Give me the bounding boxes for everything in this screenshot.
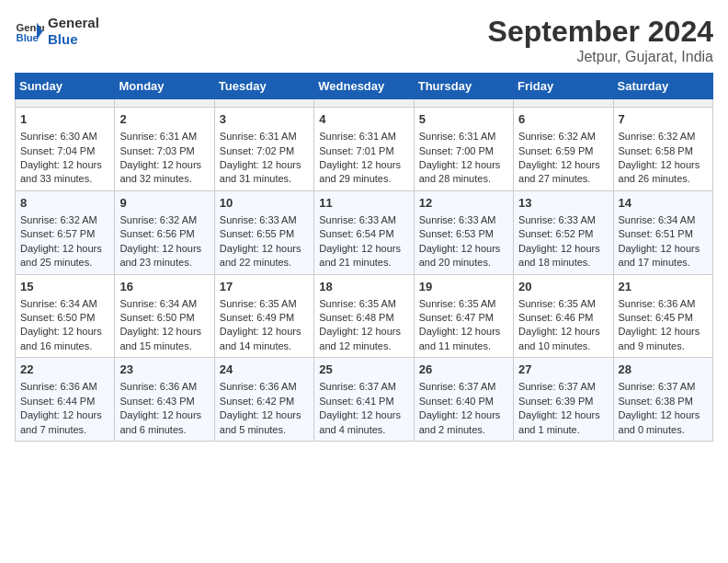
- day-info: and 17 minutes.: [619, 256, 708, 270]
- day-info: Daylight: 12 hours: [619, 242, 708, 256]
- table-cell: 28Sunrise: 6:37 AMSunset: 6:38 PMDayligh…: [613, 358, 712, 442]
- table-cell: 3Sunrise: 6:31 AMSunset: 7:02 PMDaylight…: [214, 108, 313, 191]
- day-number: 27: [518, 362, 608, 378]
- day-number: 14: [619, 195, 708, 212]
- col-sunday: Sunday: [16, 74, 115, 99]
- day-number: 1: [20, 111, 109, 128]
- day-info: and 11 minutes.: [419, 339, 508, 353]
- day-info: Sunrise: 6:31 AM: [419, 130, 508, 144]
- day-number: 5: [419, 111, 508, 128]
- day-info: Sunset: 6:45 PM: [619, 311, 708, 325]
- logo: General Blue General Blue: [15, 15, 99, 48]
- day-info: Sunset: 7:04 PM: [20, 144, 109, 158]
- table-cell: 25Sunrise: 6:37 AMSunset: 6:41 PMDayligh…: [314, 358, 414, 442]
- col-saturday: Saturday: [613, 74, 712, 99]
- table-cell: 17Sunrise: 6:35 AMSunset: 6:49 PMDayligh…: [214, 274, 313, 358]
- day-info: Daylight: 12 hours: [619, 158, 708, 172]
- day-number: 17: [220, 279, 309, 295]
- day-info: Sunrise: 6:31 AM: [319, 130, 408, 144]
- day-info: Daylight: 12 hours: [119, 158, 209, 172]
- calendar-row-4: 15Sunrise: 6:34 AMSunset: 6:50 PMDayligh…: [16, 274, 713, 358]
- day-info: Sunrise: 6:35 AM: [319, 297, 408, 311]
- table-cell: 20Sunrise: 6:35 AMSunset: 6:46 PMDayligh…: [514, 274, 613, 358]
- table-cell: 10Sunrise: 6:33 AMSunset: 6:55 PMDayligh…: [214, 190, 313, 274]
- day-info: Sunset: 6:55 PM: [220, 227, 309, 241]
- day-info: Sunset: 7:02 PM: [220, 144, 309, 158]
- day-info: and 9 minutes.: [619, 339, 708, 353]
- col-monday: Monday: [115, 74, 214, 99]
- day-info: and 27 minutes.: [518, 172, 608, 186]
- logo-icon: General Blue: [15, 17, 44, 46]
- day-info: Sunrise: 6:32 AM: [518, 130, 608, 144]
- day-info: Sunrise: 6:31 AM: [119, 130, 209, 144]
- table-cell: 18Sunrise: 6:35 AMSunset: 6:48 PMDayligh…: [314, 274, 414, 358]
- table-cell: 22Sunrise: 6:36 AMSunset: 6:44 PMDayligh…: [16, 358, 115, 442]
- table-cell: 16Sunrise: 6:34 AMSunset: 6:50 PMDayligh…: [115, 274, 214, 358]
- day-info: Daylight: 12 hours: [419, 408, 508, 422]
- table-cell: 23Sunrise: 6:36 AMSunset: 6:43 PMDayligh…: [115, 358, 214, 442]
- day-info: Daylight: 12 hours: [319, 158, 408, 172]
- day-info: Sunrise: 6:33 AM: [419, 213, 508, 227]
- day-info: Sunset: 6:56 PM: [119, 227, 209, 241]
- day-info: Sunset: 6:58 PM: [619, 144, 708, 158]
- day-info: and 22 minutes.: [220, 256, 309, 270]
- day-info: Daylight: 12 hours: [619, 408, 708, 422]
- day-info: and 29 minutes.: [319, 172, 408, 186]
- day-info: and 7 minutes.: [20, 423, 109, 437]
- table-cell: 12Sunrise: 6:33 AMSunset: 6:53 PMDayligh…: [414, 190, 513, 274]
- logo-text-blue: Blue: [48, 31, 99, 48]
- table-cell: [414, 99, 513, 108]
- table-cell: [115, 99, 214, 108]
- day-number: 8: [20, 195, 109, 212]
- day-info: Daylight: 12 hours: [20, 408, 109, 422]
- day-number: 23: [119, 362, 209, 378]
- day-number: 16: [119, 279, 209, 295]
- day-info: Sunrise: 6:33 AM: [518, 213, 608, 227]
- day-info: Daylight: 12 hours: [518, 242, 608, 256]
- table-cell: 24Sunrise: 6:36 AMSunset: 6:42 PMDayligh…: [214, 358, 313, 442]
- day-info: Daylight: 12 hours: [419, 325, 508, 339]
- day-info: Sunrise: 6:33 AM: [319, 213, 408, 227]
- day-number: 24: [220, 362, 309, 378]
- page-header: General Blue General Blue September 2024…: [15, 15, 713, 65]
- day-info: Daylight: 12 hours: [220, 242, 309, 256]
- day-info: Daylight: 12 hours: [518, 158, 608, 172]
- table-cell: 11Sunrise: 6:33 AMSunset: 6:54 PMDayligh…: [314, 190, 414, 274]
- day-info: Daylight: 12 hours: [220, 325, 309, 339]
- day-info: Daylight: 12 hours: [419, 242, 508, 256]
- table-cell: 6Sunrise: 6:32 AMSunset: 6:59 PMDaylight…: [514, 108, 613, 191]
- day-info: Daylight: 12 hours: [20, 325, 109, 339]
- day-info: Sunrise: 6:30 AM: [20, 130, 109, 144]
- day-number: 9: [119, 195, 209, 212]
- day-info: Sunrise: 6:35 AM: [419, 297, 508, 311]
- day-info: Sunset: 6:42 PM: [220, 395, 309, 408]
- day-number: 12: [419, 195, 508, 212]
- day-info: Sunrise: 6:32 AM: [119, 213, 209, 227]
- col-friday: Friday: [514, 74, 613, 99]
- day-info: Sunrise: 6:36 AM: [119, 380, 209, 394]
- day-number: 7: [619, 111, 708, 128]
- day-info: Daylight: 12 hours: [119, 242, 209, 256]
- day-info: Sunrise: 6:37 AM: [319, 380, 408, 394]
- table-cell: 15Sunrise: 6:34 AMSunset: 6:50 PMDayligh…: [16, 274, 115, 358]
- day-info: Sunset: 6:50 PM: [20, 311, 109, 325]
- day-info: Sunrise: 6:36 AM: [20, 380, 109, 394]
- day-number: 22: [20, 362, 109, 378]
- day-info: Sunrise: 6:36 AM: [619, 297, 708, 311]
- day-info: and 12 minutes.: [319, 339, 408, 353]
- day-info: Sunset: 6:53 PM: [419, 227, 508, 241]
- day-info: and 10 minutes.: [518, 339, 608, 353]
- day-info: Sunset: 6:38 PM: [619, 395, 708, 408]
- day-info: and 31 minutes.: [220, 172, 309, 186]
- day-info: Sunrise: 6:32 AM: [20, 213, 109, 227]
- col-thursday: Thursday: [414, 74, 513, 99]
- col-tuesday: Tuesday: [214, 74, 313, 99]
- day-info: Sunset: 6:44 PM: [20, 395, 109, 408]
- day-number: 18: [319, 279, 408, 295]
- table-cell: 27Sunrise: 6:37 AMSunset: 6:39 PMDayligh…: [514, 358, 613, 442]
- day-number: 28: [619, 362, 708, 378]
- day-number: 15: [20, 279, 109, 295]
- day-info: Daylight: 12 hours: [518, 325, 608, 339]
- table-cell: [214, 99, 313, 108]
- day-number: 26: [419, 362, 508, 378]
